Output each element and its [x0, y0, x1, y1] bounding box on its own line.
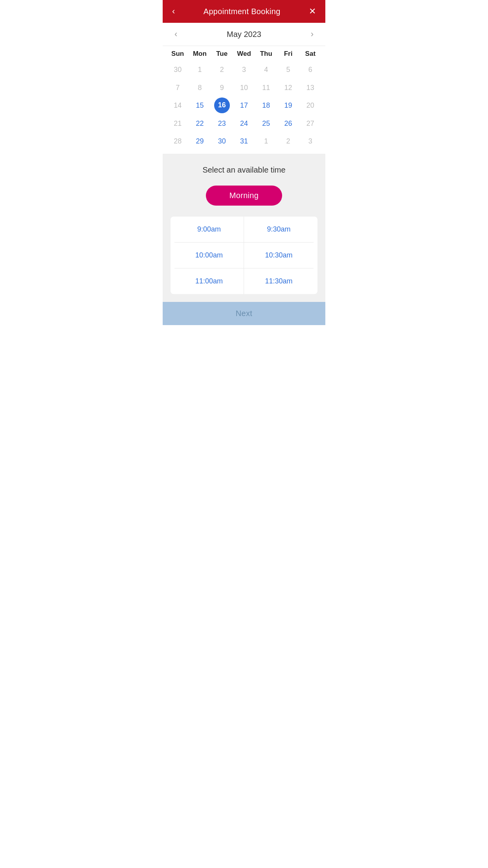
time-slot[interactable]: 11:30am: [244, 268, 314, 294]
calendar-day-inactive: 20: [299, 97, 321, 114]
calendar-day-available[interactable]: 26: [277, 116, 299, 132]
time-slot[interactable]: 10:00am: [174, 243, 244, 268]
calendar-day-inactive: 5: [277, 62, 299, 78]
calendar-day-inactive: 10: [233, 80, 255, 96]
calendar-day-inactive: 28: [167, 133, 189, 150]
calendar-day-inactive: 9: [211, 80, 233, 96]
calendar-day-available[interactable]: 19: [277, 97, 299, 114]
footer: Next: [163, 302, 325, 325]
calendar-day-available[interactable]: 25: [255, 116, 277, 132]
select-time-label: Select an available time: [171, 166, 317, 175]
page-title: Appointment Booking: [204, 7, 281, 16]
weekday-label: Mon: [189, 46, 211, 60]
calendar-day-available[interactable]: 31: [233, 133, 255, 150]
morning-button[interactable]: Morning: [206, 186, 282, 206]
weekday-label: Sun: [167, 46, 189, 60]
calendar-day-inactive: 3: [299, 133, 321, 150]
calendar-day-inactive: 4: [255, 62, 277, 78]
calendar-day-inactive: 1: [189, 62, 211, 78]
calendar-nav: ‹ May 2023 ›: [163, 23, 325, 46]
calendar-day-available[interactable]: 24: [233, 116, 255, 132]
calendar-day-available[interactable]: 29: [189, 133, 211, 150]
calendar-day-inactive: 3: [233, 62, 255, 78]
weekday-headers: SunMonTueWedThuFriSat: [167, 46, 321, 60]
month-label: May 2023: [227, 30, 261, 39]
time-row: 11:00am11:30am: [174, 268, 314, 294]
weekday-label: Fri: [277, 46, 299, 60]
calendar-day-available[interactable]: 18: [255, 97, 277, 114]
calendar-day-inactive: 12: [277, 80, 299, 96]
header: ‹ Appointment Booking ✕: [163, 0, 325, 23]
time-slot[interactable]: 10:30am: [244, 243, 314, 268]
calendar-day-available[interactable]: 23: [211, 116, 233, 132]
calendar-day-inactive: 14: [167, 97, 189, 114]
calendar-day-inactive: 21: [167, 116, 189, 132]
calendar-day-inactive: 1: [255, 133, 277, 150]
time-row: 10:00am10:30am: [174, 243, 314, 268]
calendar-day-inactive: 11: [255, 80, 277, 96]
weekday-label: Tue: [211, 46, 233, 60]
time-row: 9:00am9:30am: [174, 217, 314, 243]
calendar-day-inactive: 2: [277, 133, 299, 150]
back-button[interactable]: ‹: [171, 6, 176, 17]
close-button[interactable]: ✕: [307, 6, 317, 17]
time-slots-container: 9:00am9:30am10:00am10:30am11:00am11:30am: [171, 217, 317, 294]
calendar-day-inactive: 27: [299, 116, 321, 132]
prev-month-button[interactable]: ‹: [171, 28, 181, 40]
calendar-day-available[interactable]: 30: [211, 133, 233, 150]
calendar-day-inactive: 7: [167, 80, 189, 96]
calendar-day-selected[interactable]: 16: [214, 97, 230, 113]
calendar-day-available[interactable]: 15: [189, 97, 211, 114]
calendar-day-inactive: 8: [189, 80, 211, 96]
calendar-days: 3012345678910111213141516171819202122232…: [167, 62, 321, 150]
calendar-day-inactive: 2: [211, 62, 233, 78]
next-month-button[interactable]: ›: [307, 28, 317, 40]
time-section: Select an available time Morning 9:00am9…: [163, 154, 325, 302]
weekday-label: Wed: [233, 46, 255, 60]
calendar-day-inactive: 30: [167, 62, 189, 78]
calendar-day-inactive: 6: [299, 62, 321, 78]
next-button[interactable]: Next: [236, 309, 252, 318]
time-slot[interactable]: 11:00am: [174, 268, 244, 294]
calendar-day-available[interactable]: 17: [233, 97, 255, 114]
calendar: SunMonTueWedThuFriSat 301234567891011121…: [163, 46, 325, 154]
calendar-day-inactive: 13: [299, 80, 321, 96]
time-slot[interactable]: 9:00am: [174, 217, 244, 242]
calendar-day-available[interactable]: 22: [189, 116, 211, 132]
weekday-label: Sat: [299, 46, 321, 60]
weekday-label: Thu: [255, 46, 277, 60]
time-slot[interactable]: 9:30am: [244, 217, 314, 242]
